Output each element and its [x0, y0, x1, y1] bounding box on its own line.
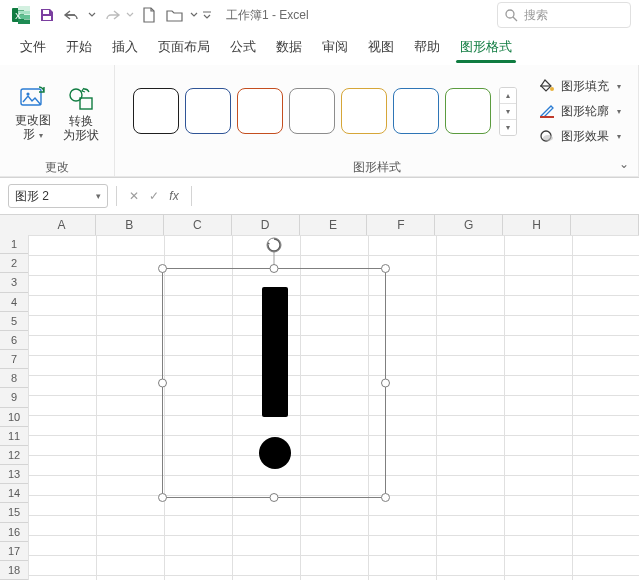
undo-dropdown[interactable] [86, 2, 98, 28]
undo-button[interactable] [60, 2, 86, 28]
shape-fill-button[interactable]: 图形填充▾ [535, 76, 625, 97]
shape-outline-button[interactable]: 图形轮廓▾ [535, 101, 625, 122]
row-header[interactable]: 10 [0, 408, 28, 427]
svg-point-15 [550, 87, 554, 91]
col-header[interactable]: C [164, 215, 232, 235]
tab-插入[interactable]: 插入 [102, 30, 148, 64]
tab-开始[interactable]: 开始 [56, 30, 102, 64]
formula-input[interactable] [200, 185, 631, 207]
tab-视图[interactable]: 视图 [358, 30, 404, 64]
fill-icon [539, 79, 555, 93]
tab-公式[interactable]: 公式 [220, 30, 266, 64]
fx-label[interactable]: fx [165, 189, 183, 203]
divider [116, 186, 117, 206]
col-header[interactable] [571, 215, 639, 235]
col-header[interactable]: D [232, 215, 300, 235]
qat-customize[interactable] [200, 2, 214, 28]
gallery-more[interactable]: ▾ [500, 119, 516, 135]
tab-数据[interactable]: 数据 [266, 30, 312, 64]
row-header[interactable]: 9 [0, 388, 28, 407]
rotate-handle[interactable] [265, 236, 283, 254]
style-swatch[interactable] [185, 88, 231, 134]
resize-handle[interactable] [158, 264, 167, 273]
row-header[interactable]: 3 [0, 273, 28, 292]
change-graphic-button[interactable]: 更改图形 ▾ [9, 79, 57, 143]
ribbon-tabs: 文件开始插入页面布局公式数据审阅视图帮助图形格式 [0, 30, 639, 65]
redo-button[interactable] [98, 2, 124, 28]
resize-handle[interactable] [158, 493, 167, 502]
row-header[interactable]: 15 [0, 503, 28, 522]
style-swatch[interactable] [133, 88, 179, 134]
row-header[interactable]: 8 [0, 369, 28, 388]
name-box[interactable]: 图形 2 ▾ [8, 184, 108, 208]
title-bar: X 工作簿1 - Excel 搜索 [0, 0, 639, 30]
row-header[interactable]: 6 [0, 331, 28, 350]
exclamation-body [262, 287, 288, 417]
row-header[interactable]: 14 [0, 484, 28, 503]
accept-formula-button[interactable]: ✓ [145, 189, 163, 203]
row-header[interactable]: 4 [0, 293, 28, 312]
col-header[interactable]: A [28, 215, 96, 235]
style-swatch[interactable] [237, 88, 283, 134]
convert-shape-icon [67, 86, 95, 112]
document-title: 工作簿1 - Excel [226, 7, 309, 24]
style-swatch[interactable] [341, 88, 387, 134]
convert-to-shape-button[interactable]: 转换为形状 [57, 80, 105, 142]
gallery-up[interactable]: ▴ [500, 88, 516, 103]
open-dropdown[interactable] [188, 2, 200, 28]
gallery-down[interactable]: ▾ [500, 103, 516, 119]
select-all-corner[interactable] [0, 215, 29, 236]
formula-bar-row: 图形 2 ▾ ✕ ✓ fx [0, 178, 639, 215]
ribbon-group-change: 更改图形 ▾ 转换为形状 更改 [0, 65, 115, 177]
row-header[interactable]: 1 [0, 235, 28, 254]
search-box[interactable]: 搜索 [497, 2, 631, 28]
col-header[interactable]: E [300, 215, 368, 235]
row-headers: 123456789101112131415161718 [0, 235, 29, 580]
row-header[interactable]: 16 [0, 523, 28, 542]
row-header[interactable]: 17 [0, 542, 28, 561]
row-header[interactable]: 12 [0, 446, 28, 465]
resize-handle[interactable] [270, 264, 279, 273]
ribbon-collapse[interactable]: ⌄ [615, 155, 633, 173]
col-header[interactable]: B [96, 215, 164, 235]
row-header[interactable]: 2 [0, 254, 28, 273]
outline-icon [539, 104, 555, 118]
row-header[interactable]: 18 [0, 561, 28, 580]
group-label-change: 更改 [0, 157, 114, 177]
style-swatch[interactable] [393, 88, 439, 134]
new-file-button[interactable] [136, 2, 162, 28]
row-header[interactable]: 5 [0, 312, 28, 331]
app-window: { "app": { "title": "工作簿1 - Excel" }, "s… [0, 0, 639, 580]
resize-handle[interactable] [381, 379, 390, 388]
style-swatch[interactable] [289, 88, 335, 134]
row-header[interactable]: 13 [0, 465, 28, 484]
tab-审阅[interactable]: 审阅 [312, 30, 358, 64]
style-swatch[interactable] [445, 88, 491, 134]
shape-selection[interactable] [162, 268, 386, 498]
tab-图形格式[interactable]: 图形格式 [450, 30, 522, 64]
app-icon[interactable]: X [8, 2, 34, 28]
style-gallery: ▴ ▾ ▾ [125, 87, 525, 136]
gallery-scroll: ▴ ▾ ▾ [499, 87, 517, 136]
tab-帮助[interactable]: 帮助 [404, 30, 450, 64]
row-header[interactable]: 11 [0, 427, 28, 446]
tab-页面布局[interactable]: 页面布局 [148, 30, 220, 64]
save-button[interactable] [34, 2, 60, 28]
tab-文件[interactable]: 文件 [10, 30, 56, 64]
col-header[interactable]: G [435, 215, 503, 235]
svg-point-9 [506, 10, 514, 18]
resize-handle[interactable] [381, 264, 390, 273]
cancel-formula-button[interactable]: ✕ [125, 189, 143, 203]
row-header[interactable]: 7 [0, 350, 28, 369]
divider [191, 186, 192, 206]
open-file-button[interactable] [162, 2, 188, 28]
col-header[interactable]: H [503, 215, 571, 235]
svg-point-12 [26, 92, 29, 95]
shape-effects-button[interactable]: 图形效果▾ [535, 126, 625, 147]
resize-handle[interactable] [270, 493, 279, 502]
resize-handle[interactable] [158, 379, 167, 388]
resize-handle[interactable] [381, 493, 390, 502]
redo-dropdown[interactable] [124, 2, 136, 28]
cells-grid[interactable] [28, 235, 639, 580]
col-header[interactable]: F [367, 215, 435, 235]
